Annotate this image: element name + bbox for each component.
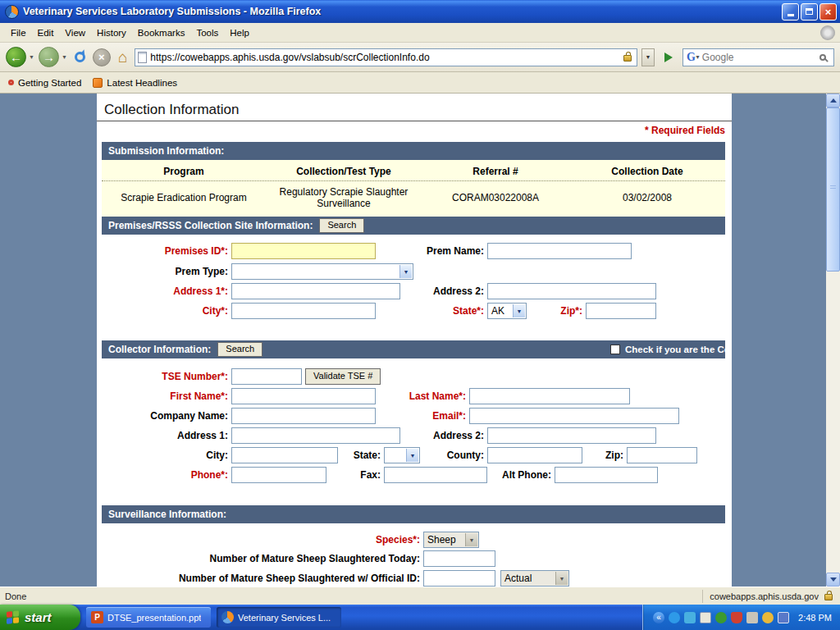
county-input[interactable] [487, 447, 582, 463]
mature-official-input[interactable] [423, 570, 495, 587]
windows-logo-icon [7, 610, 20, 625]
menu-help[interactable]: Help [224, 25, 255, 40]
menu-history[interactable]: History [91, 25, 132, 40]
navigation-toolbar: ← ▼ → ▼ × ⌂ ▼ G ▼ [0, 43, 840, 72]
chevron-down-icon[interactable]: ▼ [513, 304, 525, 317]
collector-city-input[interactable] [231, 447, 338, 463]
go-button[interactable] [659, 48, 678, 66]
species-select[interactable]: Sheep ▼ [423, 532, 479, 548]
company-name-input[interactable] [231, 408, 376, 424]
mature-today-input[interactable] [423, 550, 495, 567]
window-titlebar: Veterinary Services Laboratory Submissio… [0, 0, 840, 23]
fax-input[interactable] [384, 467, 487, 483]
cell-program: Scrapie Eradication Program [102, 192, 266, 203]
species-label: Species*: [289, 532, 420, 548]
phone-input[interactable] [231, 467, 326, 483]
forward-button[interactable]: → [39, 47, 59, 67]
validate-tse-button[interactable]: Validate TSE # [305, 368, 381, 385]
reload-button[interactable] [75, 52, 85, 62]
premises-search-button[interactable]: Search [319, 218, 364, 232]
first-name-input[interactable] [231, 388, 376, 404]
latest-headlines-icon [93, 78, 103, 88]
submission-section-header: Submission Information: [102, 142, 725, 160]
menu-tools[interactable]: Tools [190, 25, 224, 40]
scroll-up-button[interactable] [826, 94, 840, 107]
chevron-down-icon[interactable]: ▼ [555, 572, 568, 585]
prem-name-label: Prem Name: [386, 243, 484, 259]
minimize-button[interactable] [782, 3, 799, 21]
stop-button[interactable]: × [93, 48, 111, 66]
alt-phone-label: Alt Phone: [491, 467, 551, 483]
menu-view[interactable]: View [59, 25, 91, 40]
bookmark-getting-started[interactable]: Getting Started [8, 78, 81, 88]
tray-icon[interactable] [731, 612, 742, 623]
tray-icon[interactable] [746, 612, 758, 623]
back-dropdown-icon[interactable]: ▼ [29, 54, 34, 60]
back-button[interactable]: ← [6, 47, 26, 67]
last-name-label: Last Name*: [368, 388, 466, 404]
status-lock-icon[interactable] [824, 594, 833, 600]
taskbar-item-powerpoint[interactable]: P DTSE_presentation.ppt [86, 607, 211, 628]
page-title: Collection Information [104, 102, 239, 118]
premises-state-label: State*: [435, 303, 484, 319]
url-input[interactable] [150, 52, 621, 63]
search-bar[interactable]: G ▼ [682, 48, 834, 66]
premises-address2-input[interactable] [487, 283, 656, 299]
email-input[interactable] [469, 408, 679, 424]
collector-checkbox[interactable] [610, 345, 620, 354]
home-button[interactable]: ⌂ [118, 49, 127, 65]
tray-icon[interactable] [669, 612, 680, 623]
premises-id-input[interactable] [231, 243, 376, 259]
cell-collection-date: 03/02/2008 [569, 192, 725, 203]
chevron-down-icon[interactable]: ▼ [465, 533, 477, 546]
url-history-dropdown[interactable]: ▼ [641, 48, 655, 66]
tray-icon[interactable] [762, 612, 774, 623]
bookmark-latest-headlines[interactable]: Latest Headlines [93, 78, 177, 88]
alt-phone-input[interactable] [555, 467, 658, 483]
cell-test-type: Regulatory Scrapie Slaughter Surveillanc… [266, 186, 422, 209]
taskbar-item-firefox[interactable]: Veterinary Services L... [217, 607, 341, 628]
collector-search-button[interactable]: Search [217, 342, 262, 356]
status-domain: cowebapps.aphis.usda.gov [710, 591, 819, 601]
search-magnifier-icon[interactable] [819, 54, 826, 61]
premises-city-input[interactable] [231, 303, 376, 319]
premises-zip-input[interactable] [586, 303, 656, 319]
chevron-down-icon[interactable]: ▼ [399, 265, 412, 278]
menu-file[interactable]: File [5, 25, 32, 40]
collector-address1-input[interactable] [231, 427, 400, 444]
tray-icon[interactable] [700, 612, 711, 623]
window-title: Veterinary Services Laboratory Submissio… [23, 6, 780, 17]
close-button[interactable]: × [819, 3, 837, 21]
premises-address2-label: Address 2: [386, 283, 484, 299]
restore-button[interactable] [801, 3, 818, 21]
forward-dropdown-icon[interactable]: ▼ [62, 54, 67, 60]
chevron-down-icon[interactable]: ▼ [406, 449, 418, 462]
cell-referral: CORAM03022008A [422, 192, 569, 203]
prem-name-input[interactable] [487, 243, 632, 259]
prem-type-select[interactable]: ▼ [231, 263, 413, 280]
collector-zip-input[interactable] [627, 447, 697, 463]
tray-collapse-icon[interactable]: « [653, 612, 664, 623]
scroll-down-button[interactable] [826, 573, 840, 587]
collector-state-select[interactable]: ▼ [384, 447, 420, 463]
search-engine-dropdown-icon[interactable]: ▼ [695, 54, 701, 60]
count-type-select[interactable]: Actual ▼ [500, 570, 569, 587]
tray-icon[interactable] [778, 612, 789, 623]
start-button[interactable]: start [0, 605, 80, 630]
tse-number-input[interactable] [231, 368, 302, 385]
task-label: Veterinary Services L... [238, 613, 331, 623]
tray-icon[interactable] [684, 612, 696, 623]
scrollbar-thumb[interactable] [826, 107, 840, 272]
search-input[interactable] [701, 51, 819, 64]
premises-zip-label: Zip*: [532, 303, 582, 319]
menu-bookmarks[interactable]: Bookmarks [132, 25, 191, 40]
tray-icon[interactable] [715, 612, 727, 623]
last-name-input[interactable] [469, 388, 630, 404]
premises-address1-input[interactable] [231, 283, 400, 299]
address-bar[interactable] [135, 48, 637, 66]
collector-checkbox-label: Check if you are the Collector [625, 340, 732, 358]
collector-address2-input[interactable] [487, 427, 656, 444]
vertical-scrollbar[interactable] [826, 94, 840, 587]
menu-edit[interactable]: Edit [32, 25, 60, 40]
premises-state-select[interactable]: AK ▼ [487, 303, 527, 319]
